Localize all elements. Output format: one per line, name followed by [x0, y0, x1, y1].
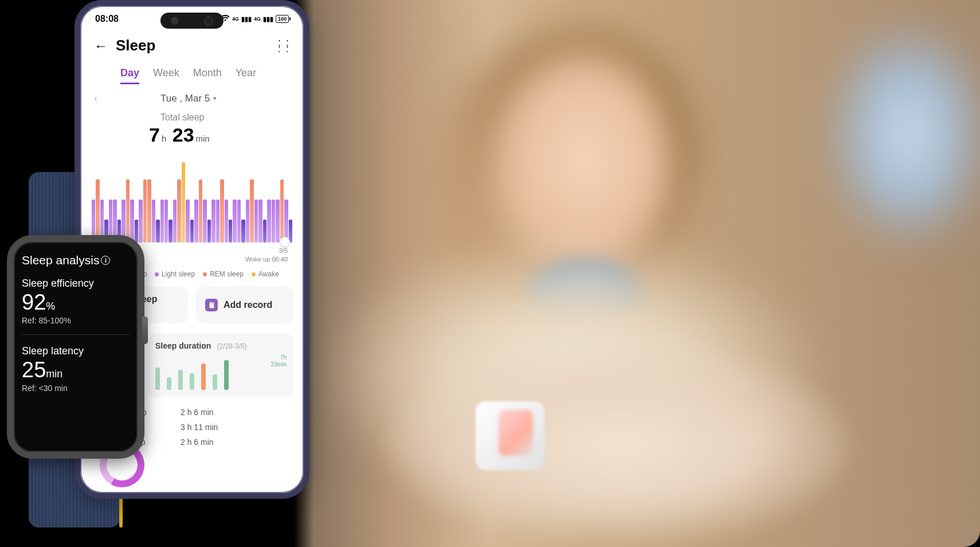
sleep-stage-chart[interactable]: 3/5 Woke up 06:40: [92, 157, 292, 243]
sleep-bar: [241, 220, 245, 243]
phone-notch: [160, 13, 224, 29]
divider: [22, 334, 130, 335]
latency-value: 25min: [22, 358, 130, 382]
latency-ref: Ref: <30 min: [22, 384, 130, 393]
sleep-bar: [152, 200, 155, 243]
duration-annotation: 7h 23min: [271, 354, 287, 368]
page-title: Sleep: [116, 37, 278, 54]
total-hours: 7: [149, 124, 160, 146]
sleep-bar: [168, 220, 172, 243]
efficiency-label: Sleep efficiency: [22, 278, 130, 290]
battery-icon: 100: [276, 15, 289, 23]
sleep-bar: [186, 200, 189, 243]
sleep-bar: [143, 179, 147, 243]
sleep-bar: [225, 200, 228, 243]
total-sleep-label: Total sleep: [80, 112, 304, 123]
mini-bar: [155, 368, 160, 390]
tab-month[interactable]: Month: [193, 67, 222, 84]
watch-mockup: Sleep analysis i Sleep efficiency 92% Re…: [7, 235, 144, 459]
back-arrow-icon[interactable]: ←: [94, 38, 108, 54]
add-record-card[interactable]: 📋 Add record: [196, 286, 293, 323]
legend-label: REM sleep: [210, 270, 244, 278]
sleep-bar: [263, 220, 266, 243]
sleep-bar: [160, 200, 164, 243]
sleep-latency-metric: Sleep latency 25min Ref: <30 min: [22, 345, 130, 393]
sleep-duration-card[interactable]: Sleep duration (2/28-3/5) 7h 23min: [147, 334, 293, 397]
sleep-bar: [284, 200, 288, 243]
date-prev-icon[interactable]: ‹: [94, 92, 97, 104]
sleep-bar: [190, 220, 194, 243]
legend-dot-icon: [155, 272, 159, 276]
sleep-bar: [199, 179, 202, 243]
bg-decoration: [390, 344, 848, 545]
legend-dot-icon: [203, 272, 207, 276]
sleep-bar: [229, 220, 232, 243]
duration-mini-chart: 7h 23min: [155, 357, 285, 390]
menu-dots-icon[interactable]: : :: :: [278, 40, 290, 52]
sleep-bar: [182, 162, 185, 243]
sleep-bar: [250, 179, 253, 243]
date-selector: ‹ Tue , Mar 5: [80, 84, 304, 112]
legend-item: REM sleep: [203, 270, 244, 278]
sleep-bar: [203, 200, 206, 243]
mini-bar: [190, 373, 194, 390]
status-icons: 4G ▮▮▮ 4G ▮▮▮ 100: [221, 15, 289, 23]
sleep-bar: [258, 200, 262, 243]
legend-label: Awake: [258, 270, 279, 278]
sleep-bar: [272, 200, 275, 243]
signal-2: 4G: [254, 16, 261, 22]
legend-label: Light sleep: [162, 270, 195, 278]
breakdown-value: 3 h 11 min: [181, 423, 218, 432]
mini-bar: [167, 377, 171, 390]
mini-bar: [224, 360, 229, 390]
latency-label: Sleep latency: [22, 345, 130, 357]
period-tabs: Day Week Month Year: [80, 59, 304, 84]
efficiency-ref: Ref: 85-100%: [22, 316, 130, 325]
sleep-bar: [207, 220, 211, 243]
sleep-bar: [280, 179, 284, 243]
app-header: ← Sleep : :: :: [80, 26, 304, 59]
signal-bars-icon: ▮▮▮: [241, 15, 252, 23]
watch-crown: [142, 317, 148, 344]
mini-bar: [178, 370, 183, 390]
tab-day[interactable]: Day: [120, 67, 139, 84]
mini-bar: [201, 364, 206, 390]
mini-bar: [213, 374, 217, 390]
sleep-bar: [130, 200, 134, 243]
annotation-date: 3/5: [245, 247, 288, 255]
sleep-bar: [126, 179, 130, 243]
tab-week[interactable]: Week: [153, 67, 179, 84]
sleep-bar: [177, 179, 181, 243]
sleep-bar: [254, 200, 258, 243]
sleep-bar: [156, 220, 159, 243]
info-icon[interactable]: i: [101, 256, 110, 265]
legend-item: Awake: [252, 270, 279, 278]
wrist-watch-face: [499, 410, 533, 456]
sleep-bar: [147, 179, 151, 243]
sleep-bar: [233, 200, 236, 243]
duration-range: (2/28-3/5): [217, 342, 247, 350]
total-sleep-value: 7h 23min: [80, 123, 304, 157]
breakdown-value: 2 h 6 min: [181, 408, 214, 417]
legend-dot-icon: [252, 272, 256, 276]
annotation-wake: Woke up 06:40: [245, 255, 288, 263]
tab-year[interactable]: Year: [236, 67, 256, 84]
sleep-bar: [164, 200, 168, 243]
hours-unit: h: [162, 134, 166, 143]
legend-item: Light sleep: [155, 270, 195, 278]
chart-scrubber-handle[interactable]: [280, 237, 290, 247]
signal-bars-icon: ▮▮▮: [263, 15, 273, 23]
add-record-label: Add record: [224, 300, 272, 310]
sleep-bar: [216, 200, 219, 243]
sleep-bar: [246, 200, 249, 243]
sleep-bar: [139, 200, 142, 243]
sleep-bar: [96, 179, 99, 243]
total-minutes: 23: [173, 124, 194, 146]
duration-title: Sleep duration: [155, 341, 211, 350]
sleep-bar: [173, 200, 177, 243]
sleep-bar: [135, 220, 138, 243]
date-dropdown[interactable]: Tue , Mar 5: [160, 93, 217, 104]
signal-1: 4G: [232, 16, 239, 22]
add-record-icon: 📋: [205, 299, 218, 311]
sleep-bar: [194, 200, 198, 243]
